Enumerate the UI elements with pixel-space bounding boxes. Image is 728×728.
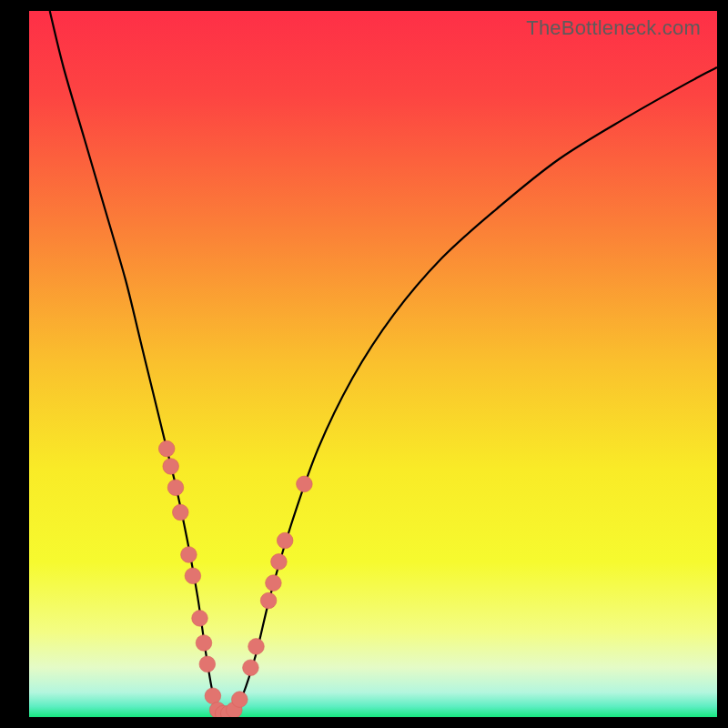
data-point xyxy=(167,480,184,496)
data-point xyxy=(158,440,175,457)
data-point xyxy=(243,660,259,676)
data-point xyxy=(185,568,201,584)
curve-layer xyxy=(29,11,717,717)
data-point xyxy=(248,639,265,655)
data-point xyxy=(297,476,313,492)
data-point xyxy=(192,611,208,627)
data-point xyxy=(266,575,282,592)
bottleneck-curve xyxy=(50,11,717,716)
data-point xyxy=(196,635,212,652)
data-point xyxy=(271,554,288,571)
watermark-text: TheBottleneck.com xyxy=(526,16,701,40)
data-point xyxy=(205,688,221,704)
chart-frame: TheBottleneck.com xyxy=(0,0,728,728)
data-point xyxy=(232,692,248,708)
data-point xyxy=(181,547,197,563)
data-point xyxy=(199,656,216,672)
data-point xyxy=(277,532,293,549)
data-point xyxy=(173,504,189,521)
data-markers xyxy=(158,440,312,717)
data-point xyxy=(163,459,179,475)
plot-area: TheBottleneck.com xyxy=(29,11,717,717)
data-point xyxy=(260,592,277,609)
